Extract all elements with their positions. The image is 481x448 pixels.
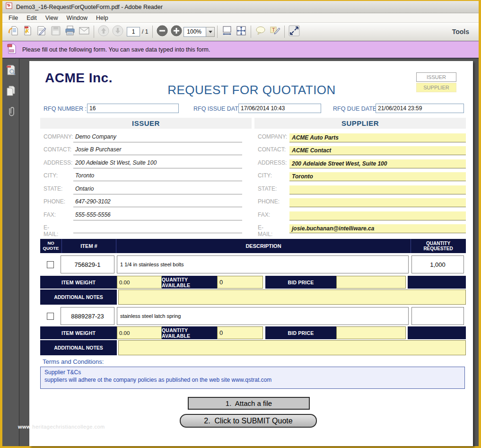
supplier-phone-label: PHONE: [258, 198, 280, 205]
create-pdf-button[interactable] [20, 25, 35, 39]
sign-button[interactable] [35, 25, 49, 39]
supplier-contact-field[interactable]: ACME Contact [289, 146, 466, 155]
fit-page-icon [236, 25, 247, 38]
attach-file-button[interactable]: 1. Attach a file [188, 397, 310, 410]
item-weight-field-row1[interactable]: 0.00 [117, 276, 162, 289]
quantity-available-field-row2[interactable]: 0 [217, 326, 263, 339]
submit-quote-button[interactable]: 2. Click to SUBMIT Quote [180, 414, 317, 428]
supplier-company-field[interactable]: ACME Auto Parts [289, 133, 466, 142]
supplier-email-label: E-MAIL: [258, 224, 272, 237]
supplier-section-header: SUPPLIER [254, 118, 466, 129]
fullscreen-icon [288, 25, 300, 39]
pdf-file-icon [6, 2, 13, 11]
rfq-due-date-field[interactable]: 21/06/2014 23:59 [376, 104, 464, 113]
open-button[interactable] [6, 25, 20, 39]
supplier-state-field[interactable] [289, 185, 466, 194]
menu-edit[interactable]: Edit [22, 14, 41, 22]
terms-line1: Supplier T&Cs [44, 369, 461, 377]
additional-notes-row2: ADDITIONAL NOTES [40, 340, 466, 355]
description-field-row2[interactable]: stainless steel latch spring [117, 307, 409, 325]
print-button[interactable] [63, 25, 77, 39]
zoom-level-input[interactable]: 100% [184, 27, 206, 37]
item-number-column-header: ITEM # [61, 239, 116, 253]
zoom-out-icon [156, 25, 168, 39]
item-number-field-row2[interactable]: 8889287-23 [61, 307, 114, 325]
page-number-input[interactable]: 1 [127, 27, 140, 36]
tools-button[interactable]: Tools [452, 28, 475, 35]
annotate-button[interactable]: T [268, 25, 282, 39]
attachments-panel-button[interactable] [6, 107, 16, 118]
description-field-row1[interactable]: 1 1/4 in stainless steel bolts [117, 255, 409, 273]
fullscreen-button[interactable] [287, 25, 301, 39]
menu-bar: File Edit View Window Help [2, 13, 479, 23]
save-button[interactable] [49, 25, 63, 39]
description-column-header: DESCRIPTION [116, 239, 411, 253]
supplier-toggle-button[interactable]: SUPPLIER [416, 83, 456, 92]
item-weight-field-row2[interactable]: 0.00 [117, 326, 162, 339]
menu-help[interactable]: Help [92, 14, 113, 22]
page-thumbnails-button[interactable] [6, 65, 16, 77]
rfq-issue-date-field[interactable]: 17/06/2014 10:43 [238, 104, 321, 113]
toolbar-separator [217, 26, 218, 38]
title-bar: Demo3_-16-RequestForQuoteForm.pdf - Adob… [2, 1, 479, 13]
issuer-email-field[interactable] [73, 224, 242, 233]
issuer-fax-field[interactable]: 555-555-5556 [73, 211, 242, 220]
additional-notes-field-row2[interactable] [118, 340, 466, 355]
terms-and-conditions-label: Terms and Conditions: [43, 358, 104, 365]
comment-button[interactable] [254, 25, 268, 39]
zoom-out-button[interactable] [155, 25, 169, 39]
email-button[interactable] [77, 25, 91, 39]
bid-price-label: BID PRICE [265, 276, 336, 289]
toolbar-separator [152, 26, 153, 38]
additional-notes-field-row1[interactable] [118, 290, 466, 305]
comment-bubble-icon [255, 25, 266, 38]
item-number-field-row1[interactable]: 756829-1 [61, 255, 114, 273]
supplier-address-field[interactable]: 200 Adelaide Street West, Suite 100 [289, 159, 466, 168]
rfq-number-field[interactable]: 16 [87, 104, 179, 113]
toolbar-separator [94, 26, 94, 38]
supplier-phone-field[interactable] [289, 198, 466, 207]
quantity-requested-field-row1[interactable]: 1,000 [411, 255, 464, 273]
fit-page-button[interactable] [234, 25, 248, 39]
terms-line2: suppliers will adhere ot the company pol… [44, 377, 461, 384]
issuer-address-label: ADDRESS: [44, 159, 72, 166]
issuer-city-field[interactable]: Toronto [73, 172, 242, 181]
issuer-contact-field[interactable]: Josie B Purchaser [73, 146, 242, 155]
navy-filler [408, 326, 466, 339]
issuer-state-field[interactable]: Ontario [73, 185, 242, 194]
previous-page-button[interactable] [96, 25, 111, 39]
supplier-contact-label: CONTACT: [258, 146, 286, 153]
fit-width-button[interactable] [220, 25, 234, 39]
bid-price-label: BID PRICE [265, 326, 336, 339]
issuer-phone-field[interactable]: 647-290-3102 [73, 198, 242, 207]
menu-window[interactable]: Window [62, 14, 92, 22]
zoom-dropdown-button[interactable] [206, 27, 215, 37]
bid-price-field-row2[interactable] [336, 326, 406, 339]
next-page-button[interactable] [111, 25, 125, 39]
company-logo: ACME Inc. [45, 70, 113, 86]
supplier-fax-label: FAX: [258, 211, 270, 218]
menu-view[interactable]: View [41, 14, 62, 22]
zoom-in-icon [170, 25, 183, 39]
supplier-city-field[interactable]: Toronto [289, 172, 466, 181]
issuer-company-field[interactable]: Demo Company [73, 133, 242, 142]
supplier-email-field[interactable]: josie.buchanan@intelliware.ca [289, 224, 466, 233]
toolbar-separator [284, 26, 285, 38]
menu-file[interactable]: File [4, 14, 22, 22]
form-notification-bar: Please fill out the following form. You … [2, 41, 479, 59]
issuer-address-field[interactable]: 200 Adelaide St West, Suite 100 [73, 159, 242, 168]
zoom-in-button[interactable] [169, 25, 184, 39]
pages-panel-button[interactable] [6, 86, 16, 97]
item-weight-label: ITEM WEIGHT [40, 326, 117, 339]
quantity-available-field-row1[interactable]: 0 [217, 276, 263, 289]
quantity-requested-field-row2[interactable] [411, 307, 464, 325]
supplier-fax-field[interactable] [289, 211, 466, 220]
item-detail-row1: ITEM WEIGHT 0.00 QUANTITY AVAILABLE 0 BI… [40, 276, 466, 289]
no-quote-checkbox-row1[interactable] [47, 261, 54, 268]
issuer-section-header: ISSUER [40, 118, 252, 129]
pages-icon [6, 85, 16, 98]
document-area: ACME Inc. REQUEST FOR QUOTATION ISSUER S… [2, 59, 479, 446]
bid-price-field-row1[interactable] [336, 276, 406, 289]
issuer-toggle-button[interactable]: ISSUER [416, 72, 456, 82]
no-quote-checkbox-row2[interactable] [47, 313, 54, 320]
